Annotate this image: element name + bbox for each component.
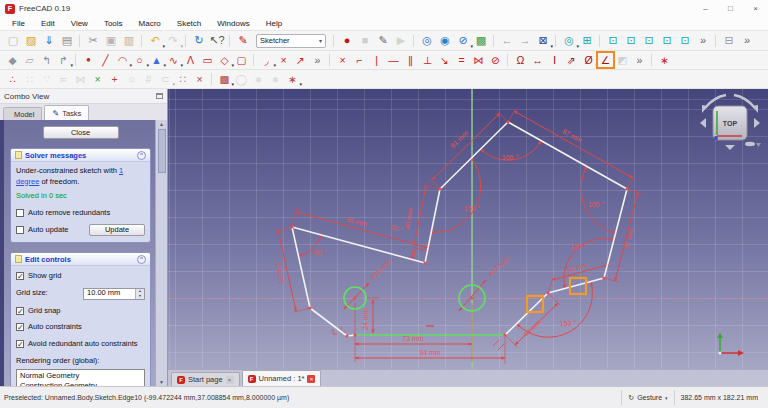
list-item[interactable]: Construction Geometry bbox=[17, 381, 144, 386]
constrain-vertical-button[interactable]: | bbox=[368, 52, 385, 68]
constrain-distance-button[interactable]: ⇗ bbox=[563, 52, 580, 68]
create-group-button[interactable]: ▱ bbox=[21, 52, 38, 68]
auto-constraints-checkbox[interactable]: Auto constraints bbox=[16, 322, 145, 333]
navigation-cube[interactable]: TOP bbox=[698, 93, 762, 153]
macro-record-button[interactable]: ● bbox=[338, 33, 356, 49]
create-polygon-button[interactable]: ◇ bbox=[216, 52, 233, 68]
menu-file[interactable]: File bbox=[4, 19, 33, 28]
dock-views-button[interactable]: ⊟ bbox=[720, 33, 738, 49]
menu-tools[interactable]: Tools bbox=[96, 19, 131, 28]
clone-button[interactable]: ○ bbox=[123, 71, 140, 87]
tab-model[interactable]: Model bbox=[3, 107, 42, 120]
view-front-button[interactable]: ⊡ bbox=[604, 33, 622, 49]
new-file-button[interactable]: ▢ bbox=[4, 33, 22, 49]
create-bspline-button[interactable]: ∿ bbox=[165, 52, 182, 68]
constraint-overflow-button[interactable]: » bbox=[631, 52, 648, 68]
view-isometric-button[interactable]: ⊞ bbox=[578, 33, 596, 49]
view-overflow-button[interactable]: » bbox=[694, 33, 712, 49]
cut-button[interactable]: ✂ bbox=[84, 33, 102, 49]
element-highlight-boxes[interactable] bbox=[527, 278, 586, 312]
maximize-button[interactable]: □ bbox=[718, 0, 743, 17]
collapse-icon[interactable]: ^ bbox=[137, 255, 146, 264]
menu-macro[interactable]: Macro bbox=[131, 19, 169, 28]
close-window-button[interactable]: × bbox=[743, 0, 768, 17]
bspline-degree-button[interactable]: ∗ bbox=[284, 71, 301, 87]
create-circle-button[interactable]: ○ bbox=[131, 52, 148, 68]
symmetry-button[interactable]: + bbox=[106, 71, 123, 87]
show-grid-checkbox[interactable]: Show grid bbox=[16, 271, 145, 282]
constrain-perpendicular-button[interactable]: ⊥ bbox=[419, 52, 436, 68]
extend-edge-button[interactable]: ↗ bbox=[292, 52, 309, 68]
constrain-angle-button[interactable]: ∠ bbox=[597, 52, 614, 68]
constrain-point-on-object-button[interactable]: ⌐ bbox=[351, 52, 368, 68]
select-constraints-button[interactable]: ∷ bbox=[21, 71, 38, 87]
tab-tasks[interactable]: ✎Tasks bbox=[44, 105, 89, 120]
draw-style-button[interactable]: ⊘ bbox=[454, 33, 472, 49]
panel-scrollbar[interactable]: ▲ ▼ bbox=[155, 120, 167, 386]
scrollbar-thumb[interactable] bbox=[158, 129, 166, 173]
constrain-parallel-button[interactable]: ∥ bbox=[402, 52, 419, 68]
menu-edit[interactable]: Edit bbox=[33, 19, 63, 28]
nav-back-button[interactable]: ← bbox=[498, 33, 516, 49]
create-slot-button[interactable]: ▢ bbox=[233, 52, 250, 68]
macro-edit-button[interactable]: ✎ bbox=[374, 33, 392, 49]
auto-remove-redundants-checkbox[interactable]: Auto remove redundants bbox=[16, 208, 145, 219]
new-3d-view-button[interactable]: ⊠ bbox=[534, 33, 552, 49]
minimize-button[interactable]: – bbox=[693, 0, 718, 17]
create-polyline-button[interactable]: Λ bbox=[182, 52, 199, 68]
view-right-button[interactable]: ⊡ bbox=[640, 33, 658, 49]
create-point-button[interactable]: ● bbox=[80, 52, 97, 68]
avoid-redundant-checkbox[interactable]: Avoid redundant auto constraints bbox=[16, 339, 145, 350]
macro-stop-button[interactable]: ■ bbox=[356, 33, 374, 49]
list-item[interactable]: Normal Geometry bbox=[17, 371, 144, 382]
create-rectangle-button[interactable]: ▭ bbox=[199, 52, 216, 68]
sketcher-workbench-icon[interactable]: ✎ bbox=[234, 33, 252, 49]
constrain-tangent-button[interactable]: ↘ bbox=[436, 52, 453, 68]
menu-view[interactable]: View bbox=[63, 19, 96, 28]
workbench-selector[interactable]: Sketcher ▾ bbox=[256, 34, 326, 48]
zoom-selection-button[interactable]: ◉ bbox=[436, 33, 454, 49]
view-bottom-button[interactable]: ⊡ bbox=[676, 33, 694, 49]
menu-windows[interactable]: Windows bbox=[209, 19, 257, 28]
bspline-poles-button[interactable]: ∗ bbox=[267, 71, 284, 87]
create-body-button[interactable]: ◆ bbox=[4, 52, 21, 68]
close-tab-icon[interactable]: × bbox=[307, 375, 315, 383]
collapse-icon[interactable]: ^ bbox=[137, 151, 146, 160]
delete-all-geometry-button[interactable]: × bbox=[191, 71, 208, 87]
remove-axes-alignment-button[interactable]: ∷ bbox=[174, 71, 191, 87]
rectangular-array-button[interactable]: ⊂ bbox=[157, 71, 174, 87]
constrain-block-button[interactable]: ⊘ bbox=[487, 52, 504, 68]
macro-play-button[interactable]: ▶ bbox=[392, 33, 410, 49]
view-top-button[interactable]: ⊡ bbox=[622, 33, 640, 49]
window-overflow-button[interactable]: » bbox=[738, 33, 756, 49]
constrain-vdistance-button[interactable]: Ⅰ bbox=[546, 52, 563, 68]
constrain-horizontal-button[interactable]: — bbox=[385, 52, 402, 68]
open-file-button[interactable]: ▨ bbox=[22, 33, 40, 49]
constrain-coincident-button[interactable]: × bbox=[334, 52, 351, 68]
tab-start-page[interactable]: F Start page × bbox=[171, 372, 240, 386]
bspline-knots-button[interactable]: ∗ bbox=[250, 71, 267, 87]
constrain-refraction-button[interactable]: ◩ bbox=[614, 52, 631, 68]
grid-snap-checkbox[interactable]: Grid snap bbox=[16, 306, 145, 317]
toggle-constraints-button[interactable]: ∗ bbox=[656, 52, 673, 68]
scroll-down-icon[interactable]: ▼ bbox=[159, 379, 164, 385]
sketch-canvas[interactable]: 85 mm 90 ° 40 mm 150 ° 61 mm 87 mm 105 °… bbox=[168, 89, 768, 369]
grid-size-input[interactable]: 10.00 mm ▴▾ bbox=[83, 288, 145, 300]
edit-sketch-button[interactable]: ↱ bbox=[55, 52, 72, 68]
whats-this-button[interactable]: ↖? bbox=[208, 33, 226, 49]
redo-button[interactable]: ↷ bbox=[164, 33, 182, 49]
float-panel-icon[interactable] bbox=[156, 93, 163, 99]
auto-update-checkbox[interactable]: Auto update Update bbox=[16, 224, 145, 236]
navigation-style-selector[interactable]: ↻ Gesture ▾ bbox=[621, 390, 673, 405]
menu-sketch[interactable]: Sketch bbox=[169, 19, 209, 28]
toggle-virtual-space-button[interactable]: ▩ bbox=[216, 71, 233, 87]
save-button[interactable]: ⇓ bbox=[40, 33, 58, 49]
create-conic-button[interactable]: ▲ bbox=[148, 52, 165, 68]
constrain-symmetric-button[interactable]: ⋈ bbox=[470, 52, 487, 68]
create-arc-button[interactable]: ◠ bbox=[114, 52, 131, 68]
appearance-button[interactable]: ▩ bbox=[472, 33, 490, 49]
paste-button[interactable]: ▥ bbox=[120, 33, 138, 49]
copy-button[interactable]: ▣ bbox=[102, 33, 120, 49]
spinner-arrows[interactable]: ▴▾ bbox=[135, 289, 144, 299]
select-elements-button[interactable]: ∵ bbox=[38, 71, 55, 87]
